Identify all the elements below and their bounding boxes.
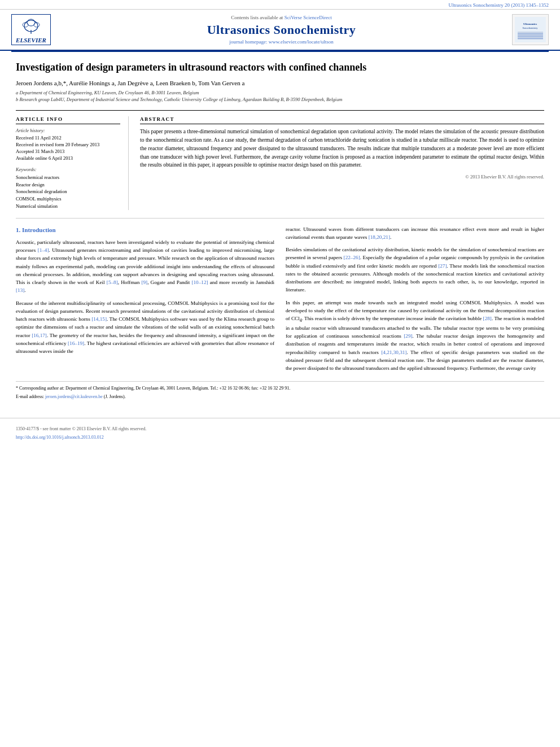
right-para-1: reactor. Ultrasound waves from different… <box>286 225 544 242</box>
journal-reference-bar: Ultrasonics Sonochemistry 20 (2013) 1345… <box>0 0 560 10</box>
issn-line: 1350-4177/$ - see front matter © 2013 El… <box>16 426 544 431</box>
article-title: Investigation of design parameters in ul… <box>16 61 544 74</box>
ref-5-8[interactable]: [5–8] <box>107 279 118 285</box>
doi-line: http://dx.doi.org/10.1016/j.ultsonch.201… <box>16 435 544 440</box>
received-date: Received 11 April 2012 Received in revis… <box>16 135 120 162</box>
email-note: E-mail address: jeroen.jordens@cit.kuleu… <box>16 394 544 400</box>
keyword-4: COMSOL multiphysics <box>16 195 120 203</box>
doi-link[interactable]: http://dx.doi.org/10.1016/j.ultsonch.201… <box>16 435 104 440</box>
article-body: 1. Introduction Acoustic, particularly u… <box>16 218 544 377</box>
corresponding-author-footnote: * Corresponding author at: Department of… <box>16 381 544 400</box>
authors-line: Jeroen Jordens a,b,*, Aurélie Honings a,… <box>16 80 544 86</box>
ref-29[interactable]: [29] <box>404 333 412 339</box>
article-info-heading: ARTICLE INFO <box>16 116 120 124</box>
affiliation-a: a Department of Chemical Engineering, KU… <box>16 90 544 95</box>
keywords-label: Keywords: <box>16 167 120 172</box>
journal-header: ELSEVIER Contents lists available at Sci… <box>0 10 560 51</box>
journal-title-area: Contents lists available at SciVerse Sci… <box>58 15 505 45</box>
abstract-text: This paper presents a three-dimensional … <box>140 128 544 169</box>
ultrasonics-logo: Ultrasonics Sonochemistry <box>512 14 549 45</box>
right-column: reactor. Ultrasound waves from different… <box>286 225 544 377</box>
ref-13[interactable]: [13] <box>16 287 24 293</box>
keyword-3: Sonochemical degradation <box>16 188 120 195</box>
homepage-url[interactable]: www.elsevier.com/locate/ultson <box>269 39 334 45</box>
ref-22-26[interactable]: [22–26] <box>344 255 360 260</box>
journal-name: Ultrasonics Sonochemistry <box>58 23 505 37</box>
ref-18-21[interactable]: [18,20,21] <box>369 234 390 240</box>
ref-28[interactable]: [28] <box>483 316 492 321</box>
journal-reference-text: Ultrasonics Sonochemistry 20 (2013) 1345… <box>449 2 549 8</box>
elsevier-logo: ELSEVIER <box>11 14 51 45</box>
abstract-heading: ABSTRACT <box>140 116 544 124</box>
corr-note: * Corresponding author at: Department of… <box>16 385 544 392</box>
keyword-1: Sonochemical reactors <box>16 174 120 181</box>
article-info-section: ARTICLE INFO Article history: Received 1… <box>16 116 129 209</box>
page-footer: 1350-4177/$ - see front matter © 2013 El… <box>0 418 560 444</box>
sciverse-link[interactable]: SciVerse ScienceDirect <box>285 15 332 20</box>
intro-para-1: Acoustic, particularly ultrasound, react… <box>16 238 274 295</box>
ref-16-19[interactable]: [16–19] <box>68 340 84 346</box>
right-para-3: In this paper, an attempt was made towar… <box>286 299 544 373</box>
journal-homepage: journal homepage: www.elsevier.com/locat… <box>58 39 505 45</box>
ref-14-15[interactable]: [14,15] <box>91 316 107 322</box>
main-content: Investigation of design parameters in ul… <box>0 52 560 411</box>
ref-4-31[interactable]: [4,21,30,31] <box>381 350 406 355</box>
elsevier-icon <box>17 16 45 37</box>
ref-9[interactable]: [9] <box>141 279 147 285</box>
article-info-abstract: ARTICLE INFO Article history: Received 1… <box>16 110 544 209</box>
keywords-list: Sonochemical reactors Reactor design Son… <box>16 174 120 210</box>
svg-text:Sonochemistry: Sonochemistry <box>523 27 539 29</box>
ref-10-12[interactable]: [10–12] <box>191 279 208 285</box>
ref-27[interactable]: [27] <box>438 263 447 269</box>
ref-1-4[interactable]: [1–4] <box>38 247 49 253</box>
abstract-section: ABSTRACT This paper presents a three-dim… <box>140 116 544 209</box>
history-label: Article history: <box>16 128 120 133</box>
right-para-2: Besides simulations of the cavitational … <box>286 246 544 294</box>
keyword-5: Numerical simulation <box>16 203 120 210</box>
copyright-line: © 2013 Elsevier B.V. All rights reserved… <box>140 174 544 180</box>
affiliation-b: b Research group Lab4U, Department of In… <box>16 97 544 102</box>
svg-text:Ultrasonics: Ultrasonics <box>523 23 537 25</box>
author-email[interactable]: jeroen.jordens@cit.kuleuven.be <box>45 394 103 399</box>
intro-para-2: Because of the inherent multidisciplinar… <box>16 299 274 356</box>
introduction-heading: 1. Introduction <box>16 225 274 235</box>
left-column: 1. Introduction Acoustic, particularly u… <box>16 225 274 377</box>
ref-16-17[interactable]: [16,17] <box>32 333 47 338</box>
sciverse-line: Contents lists available at SciVerse Sci… <box>58 15 505 20</box>
elsevier-wordmark: ELSEVIER <box>16 37 46 43</box>
keyword-2: Reactor design <box>16 181 120 189</box>
